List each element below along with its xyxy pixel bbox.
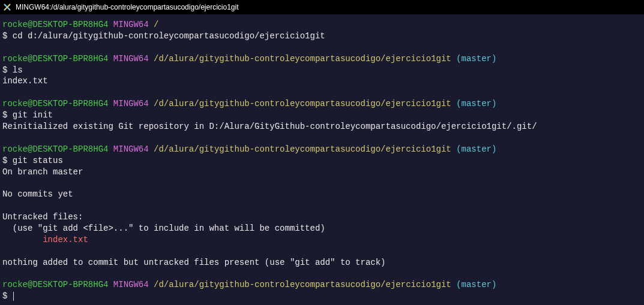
user-host: rocke@DESKTOP-BPR8HG4 xyxy=(2,144,108,154)
cwd-path: /d/alura/gitygithub-controleycompartasuc… xyxy=(154,99,451,108)
env-label: MINGW64 xyxy=(113,20,149,29)
command-line: $ ls xyxy=(2,65,642,76)
output-line: On branch master xyxy=(2,167,642,178)
cwd-path: / xyxy=(154,20,158,29)
untracked-file: index.txt xyxy=(2,234,642,246)
user-host: rocke@DESKTOP-BPR8HG4 xyxy=(2,20,108,29)
env-label: MINGW64 xyxy=(113,54,149,64)
output-line: No commits yet xyxy=(2,189,642,200)
branch-label: (master) xyxy=(456,280,496,289)
user-host: rocke@DESKTOP-BPR8HG4 xyxy=(2,54,108,64)
prompt-line: rocke@DESKTOP-BPR8HG4 MINGW64 /d/alura/g… xyxy=(2,144,642,155)
output-line: (use "git add <file>..." to include in w… xyxy=(2,223,642,234)
output-line: nothing added to commit but untracked fi… xyxy=(2,257,642,268)
cwd-path: /d/alura/gitygithub-controleycompartasuc… xyxy=(154,280,451,289)
cwd-path: /d/alura/gitygithub-controleycompartasuc… xyxy=(154,144,451,154)
output-line: Reinitialized existing Git repository in… xyxy=(2,121,642,132)
command-line: $ cd d:/alura/gitygithub-controleycompar… xyxy=(2,31,642,42)
prompt-line: rocke@DESKTOP-BPR8HG4 MINGW64 /d/alura/g… xyxy=(2,279,642,291)
cursor-icon xyxy=(13,292,14,301)
env-label: MINGW64 xyxy=(113,144,149,154)
app-icon xyxy=(2,2,12,12)
command-input-line[interactable]: $ xyxy=(2,291,642,302)
env-label: MINGW64 xyxy=(113,99,149,108)
window-titlebar: MINGW64:/d/alura/gitygithub-controleycom… xyxy=(0,0,644,14)
user-host: rocke@DESKTOP-BPR8HG4 xyxy=(2,99,108,108)
branch-label: (master) xyxy=(456,54,496,64)
branch-label: (master) xyxy=(456,99,496,108)
output-line: index.txt xyxy=(2,76,642,87)
prompt-line: rocke@DESKTOP-BPR8HG4 MINGW64 / xyxy=(2,19,642,31)
command-line: $ git status xyxy=(2,155,642,167)
terminal-area[interactable]: rocke@DESKTOP-BPR8HG4 MINGW64 / $ cd d:/… xyxy=(0,14,644,305)
prompt-line: rocke@DESKTOP-BPR8HG4 MINGW64 /d/alura/g… xyxy=(2,53,642,65)
prompt-line: rocke@DESKTOP-BPR8HG4 MINGW64 /d/alura/g… xyxy=(2,98,642,110)
output-line: Untracked files: xyxy=(2,212,642,223)
prompt-symbol: $ xyxy=(2,291,13,301)
user-host: rocke@DESKTOP-BPR8HG4 xyxy=(2,280,108,289)
cwd-path: /d/alura/gitygithub-controleycompartasuc… xyxy=(154,54,451,64)
command-line: $ git init xyxy=(2,110,642,121)
window-title: MINGW64:/d/alura/gitygithub-controleycom… xyxy=(16,3,239,11)
branch-label: (master) xyxy=(456,144,496,154)
env-label: MINGW64 xyxy=(113,280,149,289)
